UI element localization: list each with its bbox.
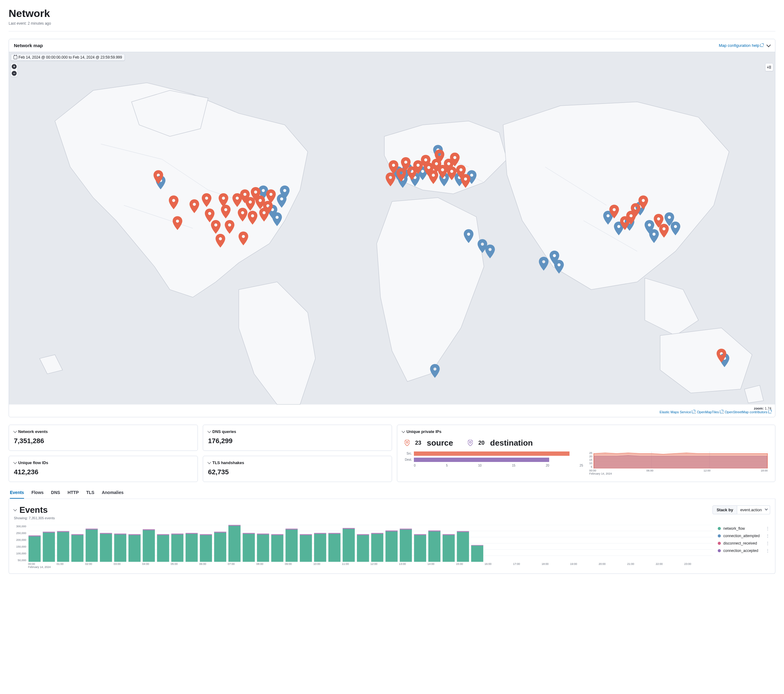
svg-rect-119 xyxy=(385,531,397,531)
svg-rect-62 xyxy=(186,534,198,562)
map-help-link[interactable]: Map configuration help xyxy=(719,43,763,48)
svg-rect-44 xyxy=(114,534,126,534)
svg-rect-131 xyxy=(428,531,440,531)
svg-rect-95 xyxy=(300,535,312,535)
chevron-down-icon[interactable] xyxy=(766,43,771,47)
chevron-down-icon[interactable] xyxy=(13,508,16,511)
stack-by-label: Stack by xyxy=(713,505,737,514)
legend-item-connection_attempted[interactable]: connection_attempted⋮ xyxy=(718,532,770,540)
tab-http[interactable]: HTTP xyxy=(68,487,79,499)
svg-rect-56 xyxy=(157,534,169,535)
date-range-text: Feb 14, 2024 @ 00:00:00.000 to Feb 14, 2… xyxy=(18,55,122,59)
network-events-value: 7,351,286 xyxy=(14,437,193,445)
panel-header: Network map Map configuration help xyxy=(9,39,775,52)
svg-rect-92 xyxy=(285,529,297,529)
more-icon[interactable]: ⋮ xyxy=(766,541,770,546)
svg-rect-88 xyxy=(271,534,283,535)
tab-anomalies[interactable]: Anomalies xyxy=(102,487,124,499)
svg-rect-113 xyxy=(357,534,369,534)
legend-item-disconnect_received[interactable]: disconnect_received⋮ xyxy=(718,540,770,547)
chevron-down-icon[interactable] xyxy=(13,429,16,433)
openmaptiles-link[interactable]: OpenMapTiles xyxy=(697,410,723,414)
network-map-panel: Network map Map configuration help Feb 1… xyxy=(8,39,776,417)
svg-rect-120 xyxy=(385,531,397,531)
more-icon[interactable]: ⋮ xyxy=(766,533,770,538)
svg-rect-135 xyxy=(443,535,455,535)
network-events-panel: Network events 7,351,286 xyxy=(8,425,198,451)
svg-rect-123 xyxy=(400,529,412,529)
svg-rect-68 xyxy=(200,534,212,535)
chevron-down-icon[interactable] xyxy=(208,429,211,433)
svg-rect-79 xyxy=(242,533,255,534)
more-icon[interactable]: ⋮ xyxy=(766,548,770,553)
chevron-down-icon xyxy=(765,508,768,511)
svg-rect-128 xyxy=(414,534,426,535)
svg-rect-86 xyxy=(271,535,283,562)
stack-by-select[interactable]: event.action xyxy=(737,505,770,514)
legend-item-network_flow[interactable]: network_flow⋮ xyxy=(718,525,770,532)
legend-item-connection_accepted[interactable]: connection_accepted⋮ xyxy=(718,547,770,554)
chevron-down-icon[interactable] xyxy=(402,429,405,433)
src-dst-bar-chart: Src.Dest.0510152025 xyxy=(405,452,583,473)
svg-rect-111 xyxy=(357,535,369,535)
chevron-down-icon[interactable] xyxy=(13,460,16,464)
svg-rect-129 xyxy=(414,534,426,534)
svg-rect-26 xyxy=(57,532,69,562)
events-legend: network_flow⋮connection_attempted⋮discon… xyxy=(718,525,770,569)
last-event-label: Last event: 2 minutes ago xyxy=(8,21,776,26)
chevron-down-icon[interactable] xyxy=(208,460,211,464)
events-histogram: 300,000250,000200,000150,000100,00050,00… xyxy=(14,525,713,569)
svg-rect-18 xyxy=(28,537,40,562)
map-layers-button[interactable] xyxy=(765,63,773,71)
svg-rect-21 xyxy=(28,535,40,536)
tab-flows[interactable]: Flows xyxy=(31,487,44,499)
svg-rect-90 xyxy=(285,530,297,562)
zoom-out-button[interactable]: − xyxy=(11,70,18,77)
osm-link[interactable]: OpenStreetMap contributors xyxy=(725,410,771,414)
svg-rect-36 xyxy=(86,529,98,529)
dns-queries-panel: DNS queries 176,299 xyxy=(203,425,392,451)
svg-rect-50 xyxy=(143,530,155,562)
svg-rect-83 xyxy=(257,534,269,534)
svg-rect-94 xyxy=(300,535,312,562)
svg-rect-108 xyxy=(343,528,355,529)
source-ip-count: 23 xyxy=(415,440,421,446)
svg-rect-30 xyxy=(71,535,83,562)
tls-handshakes-panel: TLS handshakes 62,735 xyxy=(203,456,392,482)
world-map[interactable] xyxy=(9,52,775,405)
svg-rect-81 xyxy=(242,533,255,533)
zoom-in-button[interactable]: + xyxy=(11,63,18,70)
svg-rect-117 xyxy=(371,533,383,533)
svg-rect-103 xyxy=(328,533,340,534)
external-link-icon xyxy=(692,410,695,413)
svg-rect-63 xyxy=(186,533,198,534)
svg-rect-48 xyxy=(128,534,140,535)
svg-rect-59 xyxy=(171,534,183,534)
svg-rect-106 xyxy=(343,529,355,562)
svg-rect-134 xyxy=(443,535,455,562)
svg-rect-96 xyxy=(300,534,312,535)
tab-dns[interactable]: DNS xyxy=(51,487,60,499)
svg-rect-136 xyxy=(443,534,455,535)
tab-tls[interactable]: TLS xyxy=(86,487,94,499)
svg-rect-142 xyxy=(471,546,483,562)
tab-events[interactable]: Events xyxy=(10,487,24,499)
unique-flow-ids-value: 412,236 xyxy=(14,468,193,476)
svg-rect-38 xyxy=(100,534,112,562)
maps-service-link[interactable]: Elastic Maps Service xyxy=(659,410,695,414)
source-ip-block: 23 source xyxy=(405,438,453,448)
date-range-badge[interactable]: Feb 14, 2024 @ 00:00:00.000 to Feb 14, 2… xyxy=(11,54,125,61)
pin-destination-icon xyxy=(468,440,473,446)
svg-point-1 xyxy=(768,68,768,69)
map-footer: zoom: 1.74 Elastic Maps Service, OpenMap… xyxy=(9,405,775,417)
svg-rect-105 xyxy=(328,533,340,533)
svg-rect-35 xyxy=(86,529,98,529)
svg-rect-126 xyxy=(414,535,426,562)
svg-rect-143 xyxy=(471,546,483,546)
map-container[interactable]: Feb 14, 2024 @ 00:00:00.000 to Feb 14, 2… xyxy=(9,52,775,417)
svg-rect-28 xyxy=(57,531,69,532)
more-icon[interactable]: ⋮ xyxy=(766,526,770,531)
svg-rect-46 xyxy=(128,535,140,562)
divider xyxy=(8,31,776,31)
svg-rect-127 xyxy=(414,535,426,535)
